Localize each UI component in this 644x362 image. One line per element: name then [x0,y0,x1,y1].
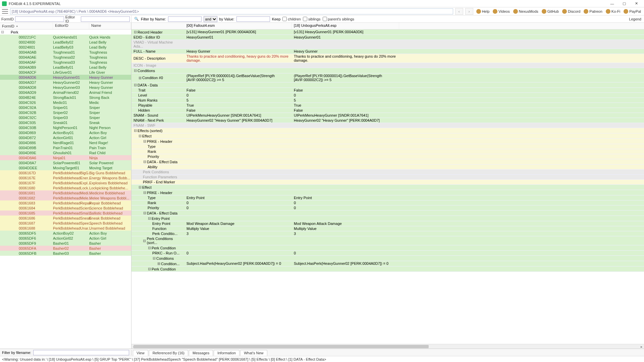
tree-row[interactable]: 0004C93BNightPerson01Night Person [0,125,131,130]
toggle-icon[interactable]: ⊟ [143,160,146,164]
toggle-icon[interactable]: ⊟ [143,211,146,215]
grid-row[interactable]: ⊟Conditions [131,68,644,73]
formid-input[interactable] [15,16,64,22]
tree-row[interactable]: 0004C92BSniper02Sniper [0,110,131,115]
grid-row[interactable]: Entry PointMod Weapon Attack DamageMod W… [131,221,644,226]
grid-row[interactable]: Level00 [131,93,644,98]
col-editorid[interactable]: EditorID [53,23,89,29]
record-tree[interactable]: ⊟ Perk 000221FCQuickHands01Quick Hands00… [0,29,131,349]
keep-children-chk[interactable] [282,17,287,21]
tree-row[interactable]: 0004B24EStrongBack01Strong Back [0,95,131,100]
toggle-icon[interactable]: ⊟ [133,30,137,34]
grid-row[interactable]: ⊟DATA - Data [131,82,644,88]
grid-row[interactable]: Rank [131,149,644,154]
perk-group[interactable]: ⊟ Perk [0,29,131,35]
filter-op-select[interactable]: and [204,16,217,22]
tree-row[interactable]: 0004C92CSniper03Sniper [0,115,131,120]
toggle-icon[interactable]: ⊟ [143,239,146,243]
close-button[interactable]: ✕ [631,0,642,7]
tree-row[interactable]: 00061688PerkBobbleheadUnar...Unarmed Bob… [0,226,131,231]
grid-row[interactable]: Rank00 [131,200,644,205]
tree-row[interactable]: 00061686PerkBobbleheadSneakSneak Bobbleh… [0,216,131,221]
toggle-icon[interactable]: ⊞ [138,76,142,80]
col-formid[interactable]: FormID▲ [0,23,53,29]
legend-button[interactable]: Legend [629,17,641,21]
grid-row[interactable]: PRKC - Run O...00 [131,251,644,256]
grid-col-plugin[interactable]: [18] UnbogusPerksAlt.esp [292,23,399,29]
filter-filename-input[interactable] [33,350,129,355]
tree-row[interactable]: 0004D869ActionBoy01Action Boy [0,130,131,135]
tree-row[interactable]: 00024800LeadBelly02Lead Belly [0,40,131,45]
tree-row[interactable]: 00065DF6ActionGirl02Action Girl [0,236,131,241]
scroll-thumb[interactable] [133,345,429,348]
toggle-icon[interactable]: ⊟ [148,216,151,221]
link-ko-fi[interactable]: Ko-Fi [605,9,621,14]
toggle-icon[interactable]: ⊟ [143,139,146,143]
toggle-icon[interactable]: ⊟ [148,267,151,271]
link-patreon[interactable]: Patreon [583,9,603,14]
grid-row[interactable]: ⊟Entry Point [131,216,644,221]
tree-row[interactable]: 00061680PerkBobbleheadLock...Lockpicking… [0,185,131,190]
keep-parentsib-chk[interactable] [323,17,327,21]
filter-name-input[interactable] [168,16,202,22]
grid-row[interactable]: Priority [131,154,644,159]
grid-row[interactable]: FunctionMultiply ValueMultiply Value [131,226,644,231]
tree-row[interactable]: 0004DDEEMovingTarget01Moving Target [0,165,131,170]
menu-icon[interactable] [2,9,8,14]
tree-row[interactable]: 00065DF5ActionBoy02Action Boy [0,231,131,236]
link-github[interactable]: GitHub [541,9,560,14]
tree-row[interactable]: 00061681PerkBobbleheadMedi...Medicine Bo… [0,190,131,195]
link-discord[interactable]: Discord [561,9,581,14]
editorid-input[interactable] [81,16,130,22]
toggle-icon[interactable]: ⊟ [133,83,137,87]
grid-row[interactable]: NNAM - Next PerkHeavyGunner02 "Heavy Gun… [131,118,644,123]
tab-what-s-new[interactable]: What's New [240,350,267,356]
tree-row[interactable]: 0004A0AEToughness02Toughness [0,55,131,60]
tree-row[interactable]: 00065DF9Basher01Basher [0,241,131,246]
tab-referenced-by-[interactable]: Referenced By (16) [149,350,188,356]
grid-row[interactable]: Function Parameters [131,175,644,180]
toggle-icon[interactable]: ⊟ [143,190,146,195]
tree-row[interactable]: 0004A0D8HeavyGunner03Heavy Gunner [0,85,131,90]
link-videos[interactable]: Videos [492,9,511,14]
grid-row[interactable]: ⊟Perk Condition [131,245,644,251]
grid-row[interactable]: SNAM - SoundUIPerkMenuHeavyGunner [SNDR:… [131,113,644,118]
tab-information[interactable]: Information [214,350,239,356]
toggle-icon[interactable]: ⊟ [148,246,151,250]
tree-row[interactable]: 0004A0D9AnimalFriend02Animal Friend [0,90,131,95]
tree-row[interactable]: 0006167FPerkBobbleheadExpl...Explosives … [0,180,131,185]
tree-row[interactable]: 0004D872ActionGirl01Action Girl [0,135,131,140]
tree-row[interactable]: 0004A0D6HeavyGunner01Heavy Gunner [0,75,131,80]
minimize-button[interactable]: — [606,0,618,7]
grid-row[interactable]: Type [131,144,644,149]
collapse-icon[interactable]: ⊟ [0,30,5,34]
col-name[interactable]: Name [89,23,131,29]
grid-col-master[interactable]: [00] Fallout4.esm [184,23,292,29]
tree-row[interactable]: 0004D8A6Ninja01Ninja [0,155,131,160]
grid-row[interactable]: Perk Conditions [131,170,644,175]
grid-row[interactable]: ⊞Condition...Subject.HasPerk(HeavyGunner… [131,261,644,266]
grid-row[interactable]: ⊟DATA - Effect Data [131,159,644,165]
tree-row[interactable]: 00061687PerkBobbleheadSpee...Speech Bobb… [0,221,131,226]
grid-row[interactable]: Priority00 [131,205,644,210]
tree-row[interactable]: 0004D89EGhoulish01Rad Child [0,150,131,155]
tree-row[interactable]: 0004C935Sneak01Sneak [0,120,131,125]
tree-row[interactable]: 00024801LeadBelly03Lead Belly [0,45,131,50]
grid-row[interactable]: ICON - Image [131,63,644,68]
grid-row[interactable]: FULL - NameHeavy GunnerHeavy Gunner [131,49,644,54]
tree-row[interactable]: 0004A0AFToughness03Toughness [0,60,131,65]
grid-row[interactable]: PlayableTrueTrue [131,103,644,108]
grid-row[interactable]: ⊟Effects (sorted) [131,128,644,133]
link-paypal[interactable]: PayPal [623,9,642,14]
grid-row[interactable]: ⊟PRKE - Header [131,139,644,144]
grid-row[interactable]: DESC - DescriptionThanks to practice and… [131,54,644,63]
tree-row[interactable]: 0004A0ABToughness01Toughness [0,50,131,55]
toggle-icon[interactable]: ⊟ [133,68,137,73]
nav-fwd-button[interactable]: › [465,8,473,15]
tree-row[interactable]: 0006167DPerkBobbleheadBigG...Big Guns Bo… [0,170,131,175]
filter-value-input[interactable] [236,16,270,22]
tree-row[interactable]: 0004A0CFLifeGiver01Life Giver [0,70,131,75]
h-scrollbar[interactable]: ◂ ▸ [131,344,644,349]
grid-row[interactable]: ⊟Perk Condition [131,266,644,272]
tree-row[interactable]: 00065DFABasher02Basher [0,246,131,251]
